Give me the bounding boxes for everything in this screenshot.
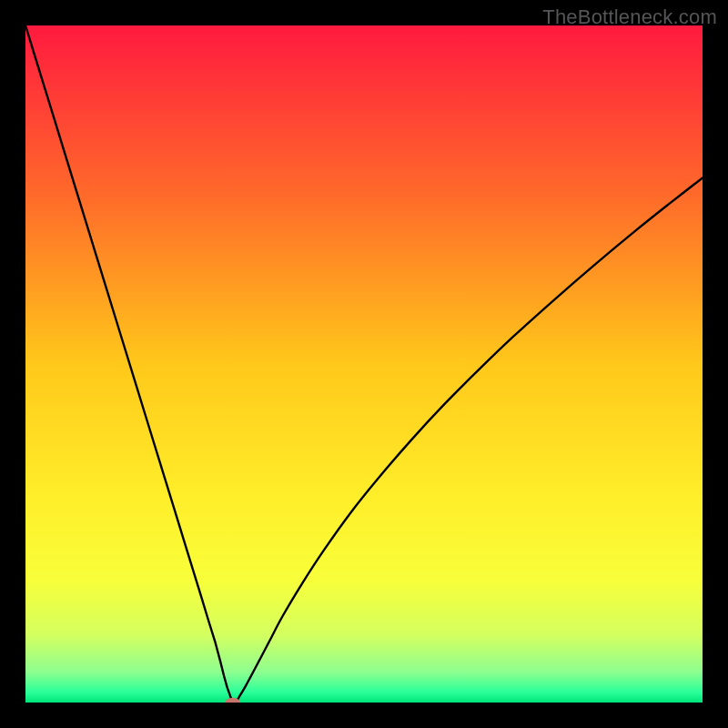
chart-frame: TheBottleneck.com [0,0,728,728]
chart-svg [25,25,703,703]
plot-area [25,25,703,703]
watermark-text: TheBottleneck.com [542,5,717,29]
gradient-background [25,25,703,703]
